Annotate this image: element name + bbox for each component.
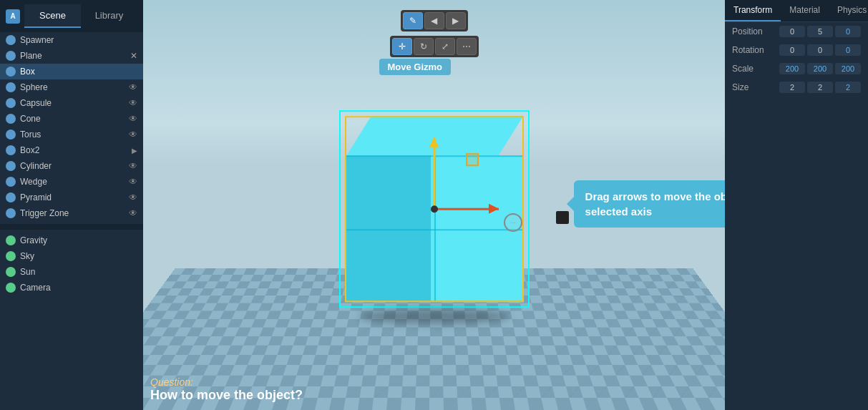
sidebar-left: A Scene Library SpawnerPlane✕BoxSphere👁C… [0,0,143,410]
toolbar-btn-prev[interactable]: ◀ [424,12,444,29]
wedge-visibility[interactable]: 👁 [129,177,137,187]
panel-row-rotation: Rotation000 [725,41,868,59]
sidebar-logo: A Scene Library [0,0,143,32]
box2-expand[interactable]: ▶ [132,147,137,155]
panel-field-scale-0[interactable]: 200 [779,63,805,74]
plane-icon [6,51,16,61]
panel-label-size: Size [732,82,775,92]
toolbar-btn-next[interactable]: ▶ [446,12,466,29]
torus-visibility[interactable]: 👁 [129,130,137,140]
wedge-label: Wedge [20,177,125,187]
toolbar-btn-more[interactable]: ⋯ [457,38,477,55]
trigger-zone-label: Trigger Zone [20,208,125,218]
sky-icon [6,251,16,261]
drag-cursor-indicator [504,213,522,232]
sidebar-item-spawner[interactable]: Spawner [0,32,143,48]
sidebar-item-camera[interactable]: Camera [0,280,143,296]
app-logo: A [6,9,20,24]
panel-field-position-2[interactable]: 0 [835,26,861,37]
question-box: Question: How to move the object? [150,376,303,403]
panel-row-size: Size222 [725,78,868,97]
cylinder-icon [6,161,16,171]
sidebar-item-pyramid[interactable]: Pyramid👁 [0,190,143,205]
sidebar-item-capsule[interactable]: Capsule👁 [0,95,143,111]
tab-library[interactable]: Library [81,4,137,28]
sidebar-item-cylinder[interactable]: Cylinder👁 [0,158,143,174]
toolbar-btn-scale[interactable]: ⤢ [435,38,455,55]
gizmo-arrow-x[interactable] [434,208,499,210]
cone-icon [6,114,16,124]
sidebar-item-torus[interactable]: Torus👁 [0,127,143,142]
wedge-icon [6,177,16,187]
panel-field-scale-2[interactable]: 200 [835,63,861,74]
sidebar-item-gravity[interactable]: Gravity [0,233,143,248]
sky-label: Sky [20,251,137,261]
sidebar-items-list: SpawnerPlane✕BoxSphere👁Capsule👁Cone👁Toru… [0,32,143,221]
panel-properties: Position050Rotation000Scale200200200Size… [725,22,868,97]
sidebar-item-box2[interactable]: Box2▶ [0,142,143,158]
tab-scene[interactable]: Scene [24,4,81,28]
sidebar-item-sun[interactable]: Sun [0,264,143,280]
panel-row-position: Position050 [725,22,868,41]
toolbar-btn-rotate[interactable]: ↻ [414,38,434,55]
tab-transform[interactable]: Transform [725,0,781,21]
sphere-icon [6,82,16,92]
sidebar-item-trigger-zone[interactable]: Trigger Zone👁 [0,205,143,221]
trigger-zone-visibility[interactable]: 👁 [129,208,137,218]
panel-field-size-0[interactable]: 2 [779,82,805,93]
toolbar-btn-move[interactable]: ✛ [392,38,412,55]
sun-icon [6,267,16,277]
toolbar-row-top: ✎ ◀ ▶ [401,10,468,31]
panel-field-position-0[interactable]: 0 [779,26,805,37]
toolbar: Edit Mode ✎ ◀ ▶ ✛ ↻ ⤢ ⋯ Move Gizmo [390,6,479,62]
panel-field-size-1[interactable]: 2 [807,82,833,93]
selected-box-object[interactable] [345,116,524,302]
panel-field-rotation-1[interactable]: 0 [807,44,833,56]
spawner-icon [6,35,16,45]
sidebar-item-wedge[interactable]: Wedge👁 [0,174,143,190]
question-label: Question: [150,376,303,388]
box2-icon [6,145,16,155]
gizmo-rotation-indicator[interactable] [466,153,479,166]
cone-label: Cone [20,114,125,124]
sidebar-item-box[interactable]: Box [0,64,143,79]
cone-visibility[interactable]: 👁 [129,114,137,124]
torus-icon [6,130,16,140]
sidebar-item-cone[interactable]: Cone👁 [0,111,143,127]
panel-field-size-2[interactable]: 2 [835,82,861,93]
move-gizmo[interactable] [406,180,463,238]
sidebar-item-sky[interactable]: Sky [0,248,143,264]
spawner-label: Spawner [20,35,137,45]
panel-field-position-1[interactable]: 5 [807,26,833,37]
panel-row-scale: Scale200200200 [725,59,868,78]
panel-field-scale-1[interactable]: 200 [807,63,833,74]
panel-field-rotation-2[interactable]: 0 [835,44,861,56]
plane-label: Plane [20,51,126,61]
sphere-visibility[interactable]: 👁 [129,82,137,92]
panel-label-position: Position [732,26,775,36]
pyramid-icon [6,192,16,202]
gizmo-arrow-y[interactable] [433,137,435,209]
box-icon [6,67,16,77]
capsule-visibility[interactable]: 👁 [129,98,137,108]
toolbar-btn-edit[interactable]: ✎ [403,12,423,29]
sidebar-environment-list: GravitySkySunCamera [0,233,143,296]
viewport[interactable]: Drag arrows to move the object by select… [143,0,725,410]
panel-field-rotation-0[interactable]: 0 [779,44,805,56]
torus-label: Torus [20,130,125,140]
tab-material[interactable]: Material [781,0,829,21]
panel-label-scale: Scale [732,64,775,74]
panel-right: Transform Material Physics Position050Ro… [725,0,868,410]
tab-physics[interactable]: Physics [829,0,868,21]
sun-label: Sun [20,267,137,277]
trigger-zone-icon [6,208,16,218]
sidebar-item-sphere[interactable]: Sphere👁 [0,79,143,95]
sidebar-item-plane[interactable]: Plane✕ [0,48,143,64]
plane-close[interactable]: ✕ [130,51,137,61]
pyramid-visibility[interactable]: 👁 [129,192,137,202]
capsule-label: Capsule [20,98,125,108]
gizmo-handle-dot[interactable] [556,211,569,224]
tooltip-text: Drag arrows to move the object by select… [585,190,725,218]
cylinder-visibility[interactable]: 👁 [129,161,137,171]
capsule-icon [6,98,16,108]
